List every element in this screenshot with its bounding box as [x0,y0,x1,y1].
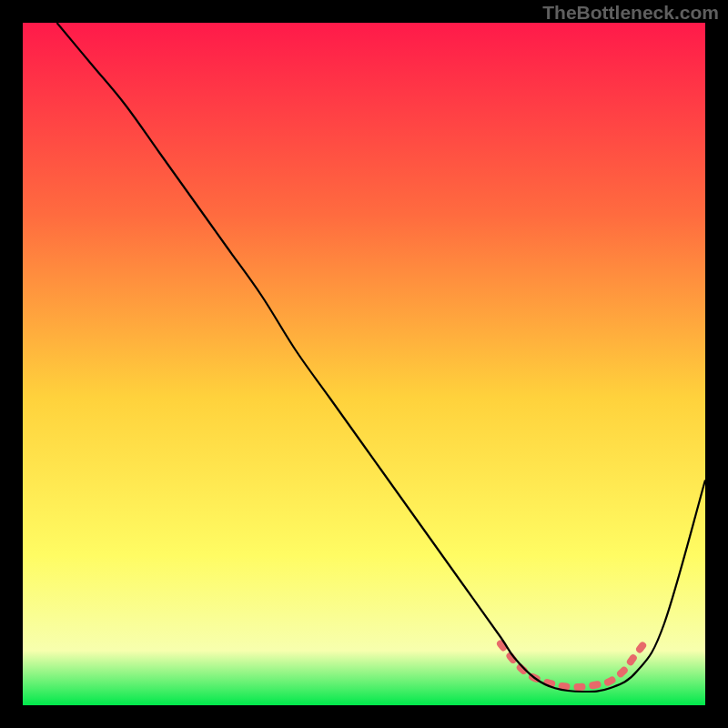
chart-container: TheBottleneck.com [0,0,728,728]
attribution-text: TheBottleneck.com [542,2,719,24]
bottleneck-curve [57,23,706,692]
curve-layer [23,23,705,705]
plot-area [23,23,705,705]
